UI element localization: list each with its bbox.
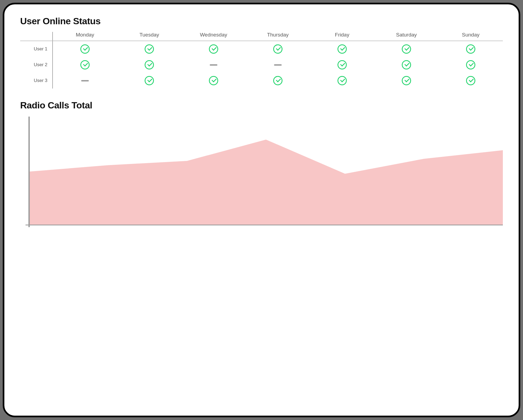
status-cell [439,41,503,57]
check-icon [80,60,90,69]
status-cell [53,57,117,73]
status-cell [53,73,117,89]
status-cell [181,73,246,89]
status-table: MondayTuesdayWednesdayThursdayFridaySatu… [20,32,503,89]
status-section: User Online Status MondayTuesdayWednesda… [20,16,503,89]
column-header: Wednesday [181,32,246,41]
column-header: Thursday [246,32,310,41]
status-cell [117,41,181,57]
status-cell [181,57,246,73]
area-fill [29,139,503,225]
status-cell [53,41,117,57]
status-cell [246,41,310,57]
check-icon [402,76,411,85]
check-icon [337,44,347,54]
check-icon [209,44,218,54]
check-icon [80,44,90,54]
calls-section: Radio Calls Total [20,100,503,230]
calls-chart [20,116,503,230]
check-icon [466,44,475,54]
status-cell [117,73,181,89]
row-header: User 3 [20,73,53,89]
status-cell [181,41,246,57]
check-icon [273,44,282,54]
check-icon [145,60,154,69]
column-header: Sunday [439,32,503,41]
status-cell [117,57,181,73]
check-icon [273,76,282,85]
check-icon [145,44,154,54]
check-icon [402,60,411,69]
column-header: Tuesday [117,32,181,41]
dash-icon [210,64,217,66]
status-cell [374,57,439,73]
check-icon [337,76,347,85]
device-frame: User Online Status MondayTuesdayWednesda… [0,0,523,420]
column-header: Friday [310,32,374,41]
check-icon [466,76,475,85]
status-cell [374,73,439,89]
check-icon [337,60,347,69]
check-icon [209,76,218,85]
check-icon [145,76,154,85]
status-cell [310,41,374,57]
row-header: User 1 [20,41,53,57]
screen: User Online Status MondayTuesdayWednesda… [3,3,520,417]
status-cell [439,73,503,89]
status-title: User Online Status [20,16,503,26]
check-icon [466,60,475,69]
row-header: User 2 [20,57,53,73]
status-cell [374,41,439,57]
status-cell [246,73,310,89]
dash-icon [274,64,282,66]
dash-icon [81,80,89,81]
status-cell [310,57,374,73]
status-cell [439,57,503,73]
table-corner [20,32,53,41]
column-header: Saturday [374,32,439,41]
check-icon [402,44,411,54]
status-cell [310,73,374,89]
calls-title: Radio Calls Total [20,100,503,111]
status-cell [246,57,310,73]
column-header: Monday [53,32,117,41]
area-chart-svg [20,116,503,230]
